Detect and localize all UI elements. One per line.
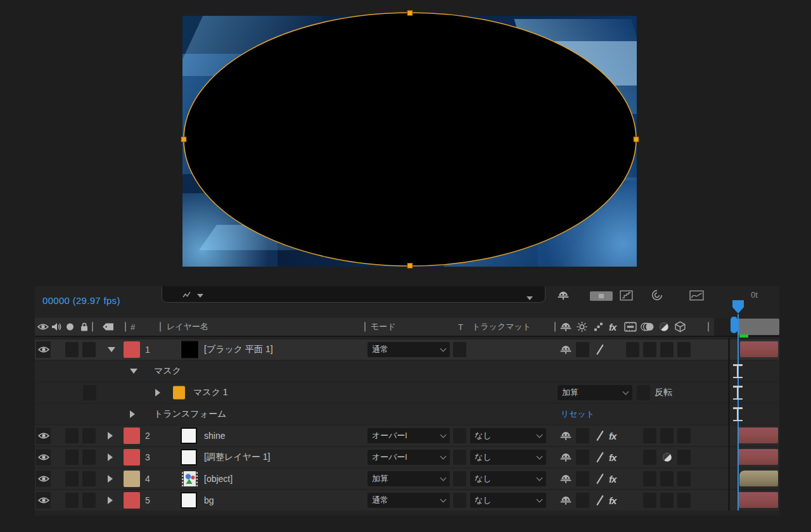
layer-duration-bar[interactable] [738, 428, 778, 443]
preserve-transparency-checkbox[interactable] [453, 428, 466, 443]
mask-handle-top[interactable] [407, 11, 412, 16]
blend-mode-dropdown[interactable]: オーバーl [367, 450, 450, 465]
quality-toggle[interactable] [592, 428, 607, 443]
layer-row-2[interactable]: 2 shine オーバーl なし fx [35, 426, 779, 446]
solo-toggle[interactable] [65, 450, 79, 465]
preserve-transparency-checkbox[interactable] [453, 471, 466, 486]
frame-blend-toggle[interactable] [626, 342, 639, 357]
shy-toggle[interactable] [559, 495, 572, 506]
threed-toggle[interactable] [677, 493, 691, 508]
twirl-closed-icon[interactable] [130, 410, 135, 418]
layer-name[interactable]: [object] [204, 474, 233, 484]
motion-blur-master-button[interactable] [651, 289, 663, 301]
lock-toggle[interactable] [82, 450, 96, 465]
preserve-transparency-checkbox[interactable] [453, 450, 466, 465]
mask-mode-dropdown[interactable]: 加算 [558, 385, 632, 400]
collapse-toggle[interactable] [576, 471, 589, 486]
blend-mode-dropdown[interactable]: 加算 [367, 471, 450, 486]
quality-icon[interactable] [594, 322, 603, 332]
twirl-open-icon[interactable] [130, 369, 137, 374]
label-color-swatch[interactable] [124, 492, 140, 509]
column-header-t[interactable]: T [458, 322, 463, 332]
label-color-swatch[interactable] [124, 449, 140, 466]
layer-name[interactable]: [ブラック 平面 1] [204, 344, 273, 355]
mask-color-swatch[interactable] [173, 386, 185, 400]
blend-mode-dropdown[interactable]: オーバーl [367, 428, 450, 443]
mask-feature-box[interactable] [83, 385, 96, 400]
layer-duration-bar[interactable] [740, 341, 778, 357]
blend-mode-dropdown[interactable]: 通常 [367, 342, 450, 357]
adjustment-layer-icon[interactable] [659, 322, 669, 332]
frame-blend-icon[interactable] [624, 322, 637, 332]
layer-name[interactable]: shine [204, 431, 225, 441]
threed-toggle[interactable] [677, 342, 691, 357]
collapse-toggle[interactable] [576, 493, 589, 508]
effects-toggle[interactable]: fx [609, 431, 616, 441]
layer-visibility-toggle[interactable] [36, 449, 51, 466]
twirl-closed-icon[interactable] [155, 389, 160, 396]
track-matte-dropdown[interactable]: なし [470, 493, 546, 508]
layer-visibility-toggle[interactable] [36, 428, 51, 444]
effects-toggle[interactable]: fx [609, 452, 616, 463]
column-header-track-matte[interactable]: トラックマット [472, 321, 531, 332]
mask-handle-bottom[interactable] [407, 263, 412, 269]
mask1-row[interactable]: マスク 1 加算 反転 [35, 383, 779, 403]
solo-toggle[interactable] [65, 342, 79, 357]
layer-row-4[interactable]: 4 [object] 加算 なし fx [35, 469, 779, 489]
column-header-number[interactable]: # [131, 322, 135, 332]
current-time-display[interactable]: 00000 (29.97 fps) [42, 295, 120, 306]
search-input[interactable] [162, 286, 546, 303]
shy-toggle[interactable] [559, 345, 572, 355]
track-matte-dropdown[interactable]: なし [470, 450, 546, 465]
label-color-swatch[interactable] [124, 428, 140, 444]
layer-duration-bar[interactable] [738, 449, 778, 465]
speaker-icon[interactable] [51, 322, 61, 331]
solo-toggle[interactable] [65, 428, 79, 443]
solo-toggle[interactable] [65, 471, 79, 486]
fx-column-icon[interactable]: fx [609, 322, 616, 332]
collapse-toggle[interactable] [576, 428, 589, 443]
threed-toggle[interactable] [677, 428, 691, 443]
search-options-dropdown-icon[interactable] [197, 294, 203, 298]
toolbar-dropdown-icon[interactable] [527, 296, 533, 300]
twirl-closed-icon[interactable] [108, 453, 113, 461]
threed-toggle[interactable] [677, 471, 691, 486]
marker-zigzag-icon[interactable] [182, 291, 191, 298]
collapse-toggle[interactable] [576, 342, 589, 357]
blend-mode-dropdown[interactable]: 通常 [367, 493, 450, 508]
threed-toggle[interactable] [677, 450, 691, 465]
lock-toggle[interactable] [82, 471, 96, 486]
collapse-toggle[interactable] [576, 450, 589, 465]
layer-duration-bar[interactable] [739, 471, 778, 486]
column-header-mode[interactable]: モード [371, 321, 396, 332]
frame-blending-master-button[interactable] [590, 291, 613, 301]
shy-column-icon[interactable] [559, 322, 572, 332]
layer-duration-bar[interactable] [738, 492, 778, 508]
layer-name[interactable]: bg [204, 495, 214, 505]
solo-icon[interactable] [67, 324, 73, 331]
motion-blur-toggle[interactable] [643, 428, 656, 443]
layer-row-5[interactable]: 5 bg 通常 なし fx [35, 490, 779, 510]
masks-group-row[interactable]: マスク [35, 361, 779, 381]
adjustment-toggle[interactable] [660, 471, 674, 486]
shy-toggle[interactable] [559, 431, 572, 441]
adjustment-toggle-on[interactable] [662, 452, 672, 462]
lock-icon[interactable] [80, 322, 88, 332]
timeline-navigator-bar[interactable] [738, 319, 779, 335]
quality-toggle[interactable] [592, 450, 607, 465]
preserve-transparency-checkbox[interactable] [453, 342, 466, 357]
lock-toggle[interactable] [82, 342, 96, 357]
collapse-sun-icon[interactable] [577, 322, 587, 332]
motion-blur-toggle[interactable] [643, 342, 656, 357]
eye-icon[interactable] [37, 323, 49, 331]
layer-visibility-toggle[interactable] [36, 492, 51, 509]
layer-name[interactable]: [調整レイヤー 1] [204, 452, 270, 463]
adjustment-toggle[interactable] [660, 428, 674, 443]
quality-toggle[interactable] [592, 342, 607, 357]
motion-blur-toggle[interactable] [643, 450, 656, 465]
lock-toggle[interactable] [82, 493, 96, 508]
lock-toggle[interactable] [82, 428, 96, 443]
graph-editor-button[interactable] [689, 290, 704, 301]
transform-reset-link[interactable]: リセット [561, 408, 594, 420]
motion-blur-icon[interactable] [641, 322, 655, 332]
